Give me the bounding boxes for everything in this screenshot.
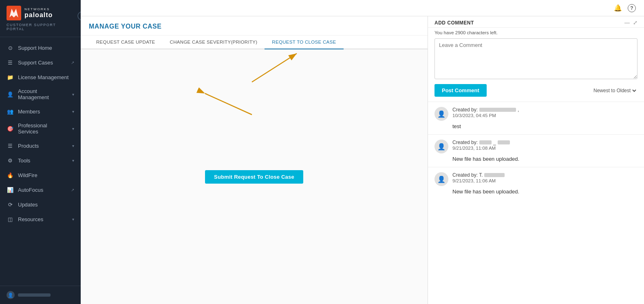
sidebar-item-label: Members (18, 109, 68, 115)
sort-select[interactable]: Newest to Oldest Oldest to Newest (592, 87, 637, 94)
comment-text: New file has been uploaded. (452, 189, 637, 195)
comment-date: 10/3/2023, 04:45 PM (452, 113, 519, 118)
sidebar-nav: ⊙ Support Home ☰ Support Cases ↗ 📁 Licen… (0, 37, 81, 286)
sidebar-logo: NETWORKS paloalto CUSTOMER SUPPORT PORTA… (0, 0, 81, 37)
comment-date: 9/21/2023, 11:08 AM (452, 146, 510, 151)
sidebar-item-support-home[interactable]: ⊙ Support Home (0, 40, 81, 55)
sidebar-item-label: Tools (18, 158, 68, 164)
submit-request-close-button[interactable]: Submit Request To Close Case (205, 170, 303, 184)
comment-author: Created by: , (452, 107, 519, 113)
minimize-icon[interactable]: — (624, 20, 630, 26)
chevron-down-icon: ▾ (72, 144, 74, 148)
account-management-icon: 👤 (7, 91, 14, 98)
comment-text: test (452, 123, 637, 129)
svg-line-5 (205, 93, 252, 115)
sidebar: NETWORKS paloalto CUSTOMER SUPPORT PORTA… (0, 0, 81, 304)
right-panel: ADD COMMENT — ⤢ You have 2900 characters… (428, 16, 644, 304)
comment-author: Created by: T. (452, 172, 505, 178)
topbar: 🔔 ? (81, 0, 644, 16)
support-home-icon: ⊙ (7, 44, 14, 51)
notifications-bell-icon[interactable]: 🔔 (614, 4, 622, 12)
comment-avatar-icon: 👤 (434, 172, 448, 186)
author-name-redacted (479, 140, 492, 144)
tabs-row: REQUEST CASE UPDATE CHANGE CASE SEVERITY… (81, 36, 428, 49)
portal-label: CUSTOMER SUPPORT PORTAL (7, 23, 74, 31)
post-comment-row: Post Comment Newest to Oldest Oldest to … (428, 82, 644, 102)
help-icon[interactable]: ? (628, 4, 636, 12)
right-panel-title: ADD COMMENT (434, 20, 474, 26)
sidebar-item-label: Updates (18, 202, 74, 208)
tab-request-case-update[interactable]: REQUEST CASE UPDATE (89, 36, 163, 49)
footer-username (18, 293, 51, 297)
sidebar-item-label: Support Home (18, 45, 74, 51)
external-link-icon: ↗ (71, 60, 74, 65)
comment-meta: 👤 Created by: T. 9/21/2023, 11:06 AM (434, 172, 637, 186)
sidebar-item-label: WildFire (18, 172, 74, 178)
sidebar-item-updates[interactable]: ⟳ Updates (0, 197, 81, 212)
author-name-redacted (484, 173, 505, 177)
comment-avatar-icon: 👤 (434, 107, 448, 121)
author-name-redacted (479, 108, 516, 112)
sidebar-item-label: AutoFocus (18, 187, 67, 193)
comment-textarea[interactable] (434, 38, 637, 79)
panel-controls: — ⤢ (624, 20, 637, 26)
professional-services-icon: 🎯 (7, 125, 14, 132)
sidebar-item-label: Professional Services (18, 122, 68, 135)
comment-text: New file has been uploaded. (452, 156, 637, 162)
right-panel-header: ADD COMMENT — ⤢ (428, 16, 644, 28)
sidebar-item-license-management[interactable]: 📁 License Management (0, 70, 81, 84)
main-wrapper: 🔔 ? MANAGE YOUR CASE REQUEST CASE UPDATE… (81, 0, 644, 304)
comment-meta: 👤 Created by: _ 9/21/2023, 11:08 AM (434, 140, 637, 153)
svg-line-3 (252, 53, 297, 82)
comment-meta: 👤 Created by: , 10/3/2023, 04:45 PM (434, 107, 637, 121)
sidebar-footer: 👤 (0, 286, 81, 304)
expand-icon[interactable]: ⤢ (633, 20, 637, 26)
chevron-down-icon: ▾ (72, 109, 74, 114)
sidebar-item-label: Resources (18, 216, 68, 222)
license-management-icon: 📁 (7, 73, 14, 81)
comment-info: Created by: T. 9/21/2023, 11:06 AM (452, 172, 505, 183)
comment-info: Created by: , 10/3/2023, 04:45 PM (452, 107, 519, 118)
sidebar-item-autofocus[interactable]: 📊 AutoFocus ↗ (0, 182, 81, 197)
brand-name: NETWORKS paloalto (24, 8, 53, 18)
sidebar-item-support-cases[interactable]: ☰ Support Cases ↗ (0, 55, 81, 70)
comments-list: 👤 Created by: , 10/3/2023, 04:45 PM test (428, 102, 644, 304)
comment-item: 👤 Created by: , 10/3/2023, 04:45 PM test (428, 102, 644, 134)
char-count: You have 2900 characters left. (428, 28, 644, 37)
comment-author: Created by: _ (452, 140, 510, 145)
sidebar-item-label: Products (18, 143, 68, 149)
tools-icon: ⚙ (7, 157, 14, 164)
main-body: Submit Request To Close Case (81, 49, 428, 304)
chevron-down-icon: ▾ (72, 158, 74, 163)
sidebar-item-wildfire[interactable]: 🔥 WildFire (0, 168, 81, 182)
chevron-down-icon: ▾ (72, 217, 74, 222)
brand-sub: NETWORKS (24, 8, 53, 11)
chevron-down-icon: ▾ (72, 126, 74, 131)
paloalto-logo-icon (7, 6, 21, 20)
sidebar-item-tools[interactable]: ⚙ Tools ▾ (0, 153, 81, 168)
autofocus-icon: 📊 (7, 186, 14, 193)
page-title: MANAGE YOUR CASE (81, 16, 428, 36)
comment-info: Created by: _ 9/21/2023, 11:08 AM (452, 140, 510, 151)
sidebar-item-account-management[interactable]: 👤 Account Management ▾ (0, 84, 81, 104)
main-panel: MANAGE YOUR CASE REQUEST CASE UPDATE CHA… (81, 16, 428, 304)
sidebar-item-products[interactable]: ☰ Products ▾ (0, 138, 81, 153)
post-comment-button[interactable]: Post Comment (434, 84, 487, 97)
sidebar-item-label: Account Management (18, 88, 68, 100)
external-link-icon: ↗ (71, 188, 74, 192)
author-name-redacted (498, 140, 510, 144)
support-cases-icon: ☰ (7, 59, 14, 66)
sidebar-item-label: Support Cases (18, 60, 67, 66)
tab-change-case-severity[interactable]: CHANGE CASE SEVERITY(PRIORITY) (163, 36, 265, 49)
content-area: MANAGE YOUR CASE REQUEST CASE UPDATE CHA… (81, 16, 644, 304)
sidebar-item-label: License Management (18, 74, 74, 80)
user-avatar-icon: 👤 (7, 291, 15, 299)
sidebar-item-professional-services[interactable]: 🎯 Professional Services ▾ (0, 119, 81, 138)
tab-request-to-close-case[interactable]: REQUEST TO CLOSE CASE (265, 36, 343, 49)
sidebar-item-resources[interactable]: ◫ Resources ▾ (0, 212, 81, 226)
brand-label: paloalto (24, 11, 53, 19)
sidebar-item-members[interactable]: 👥 Members ▾ (0, 104, 81, 119)
comment-avatar-icon: 👤 (434, 140, 448, 153)
wildfire-icon: 🔥 (7, 171, 14, 179)
products-icon: ☰ (7, 142, 14, 149)
